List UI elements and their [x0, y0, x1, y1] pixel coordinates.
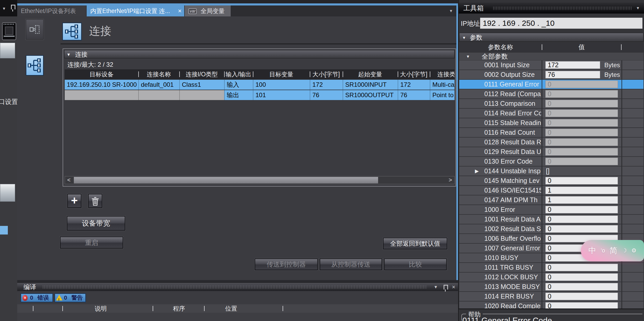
table-cell[interactable]: 76 — [398, 90, 430, 100]
param-value-input[interactable]: 0 — [545, 90, 618, 98]
table-cell[interactable]: Class1 — [179, 80, 224, 90]
ime-charset-icon[interactable]: 简 — [610, 245, 617, 256]
collapsed-panel-thumb[interactable] — [0, 184, 15, 202]
param-row[interactable]: 0128 Result Data R0 — [459, 138, 643, 147]
table-cell[interactable]: Point to P — [430, 90, 455, 100]
error-count-badge[interactable]: × 0 错误 — [21, 293, 53, 302]
param-value-input[interactable]: 0 — [545, 273, 618, 281]
param-row[interactable]: 0115 Stable Readin0 — [459, 118, 643, 127]
table-cell[interactable] — [138, 90, 179, 100]
param-value-input[interactable]: 172 — [545, 61, 600, 69]
ime-mode-icon[interactable]: 中 — [588, 245, 596, 256]
param-value-input[interactable]: 1 — [545, 196, 618, 204]
param-row[interactable]: 0146 ISO/IEC154151 — [459, 186, 643, 195]
horizontal-scrollbar[interactable]: < > — [65, 176, 455, 184]
chip-icon[interactable] — [2, 22, 16, 40]
ime-toolbar[interactable]: 中 ’o 简 ☽ ⚙ — [581, 240, 644, 261]
table-cell[interactable]: default_001 — [138, 80, 179, 90]
param-row[interactable]: 0130 Error Code0 — [459, 157, 643, 166]
pin-icon[interactable] — [444, 285, 448, 289]
param-row[interactable]: 1002 Result Data S0 — [459, 224, 643, 233]
param-row[interactable]: 1013 MODE BUSY0 — [459, 282, 643, 291]
tab-list-chevron-icon[interactable]: ▼ — [449, 5, 453, 16]
param-row[interactable]: 1014 ERR BUSY0 — [459, 292, 643, 301]
collapsed-panel-thumb[interactable] — [0, 43, 15, 58]
section-header-connection[interactable]: ▼ 连接 — [64, 50, 455, 58]
close-icon[interactable]: × — [452, 283, 455, 291]
table-cell[interactable]: 100 — [253, 80, 310, 90]
param-row[interactable]: ▶0144 Unstable Insp[] — [459, 166, 643, 176]
param-row[interactable]: 0145 Matching Lev0 — [459, 176, 643, 185]
param-row[interactable]: 0114 Read Error Co0 — [459, 109, 643, 118]
warning-count-badge[interactable]: 0 警告 — [55, 293, 86, 302]
param-value-input[interactable]: 0 — [545, 158, 618, 165]
param-value-input[interactable]: 0 — [545, 215, 618, 223]
param-value-input[interactable]: 0 — [545, 81, 618, 88]
collapsed-tab-label[interactable]: 口设置 — [0, 97, 17, 106]
toolbox-header[interactable]: 工具箱 ▼ — [459, 3, 644, 14]
table-cell[interactable] — [179, 90, 224, 100]
add-connection-button[interactable]: + — [67, 194, 81, 208]
delete-connection-button[interactable] — [88, 194, 102, 208]
tab-builtin-ethernet-ip-port-settings[interactable]: 内置EtherNet/IP端口设置 连... × — [87, 5, 184, 16]
scroll-left-icon[interactable]: < — [65, 176, 73, 184]
table-row[interactable]: 输出10176SR1000OUTPUT76Point to P — [65, 90, 455, 100]
voice-input-icon[interactable]: ’o — [601, 247, 605, 254]
chevron-down-icon[interactable]: ▼ — [434, 283, 438, 291]
param-row[interactable]: 0111 General Error0 — [459, 80, 643, 89]
pin-icon[interactable] — [11, 5, 15, 9]
param-value-input[interactable]: 0 — [545, 177, 618, 184]
param-row[interactable]: 0116 Read Count0 — [459, 128, 643, 137]
param-row[interactable]: 1011 TRG BUSY0 — [459, 263, 643, 272]
reset-all-to-default-button[interactable]: 全部返回到默认值 — [383, 238, 447, 249]
param-row[interactable]: 1000 Error0 — [459, 205, 643, 214]
restart-button[interactable]: 重启 — [60, 237, 123, 249]
gear-icon[interactable]: ⚙ — [631, 247, 637, 254]
table-cell[interactable]: 172 — [398, 80, 430, 90]
param-value-input[interactable]: 0 — [545, 206, 618, 213]
table-cell[interactable]: 172 — [310, 80, 343, 90]
table-cell[interactable]: 192.169.250.10 SR-1000 Se — [65, 80, 138, 90]
param-row[interactable]: 0129 Result Data U0 — [459, 147, 643, 156]
param-row[interactable]: 1012 LOCK BUSY0 — [459, 273, 643, 282]
table-cell[interactable]: 76 — [310, 90, 343, 100]
expand-arrow-icon[interactable]: ▶ — [475, 166, 479, 176]
param-row[interactable]: 0002 Output Size76Bytes — [459, 70, 643, 79]
param-value-input[interactable]: 0 — [545, 100, 618, 107]
transfer-to-controller-button[interactable]: 传送到控制器 — [255, 258, 318, 270]
table-cell[interactable]: Multi-cast — [430, 80, 455, 90]
transfer-from-controller-button[interactable]: 从控制器传送 — [320, 258, 382, 270]
moon-icon[interactable]: ☽ — [622, 247, 627, 254]
param-value-input[interactable]: 76 — [545, 71, 600, 78]
param-row[interactable]: 0113 Comparison0 — [459, 99, 643, 108]
table-cell[interactable]: 输入 — [224, 80, 253, 90]
table-cell[interactable]: SR1000INPUT — [343, 80, 398, 90]
param-value-input[interactable]: 0 — [545, 293, 618, 300]
ip-address-input[interactable]: 192 . 169 . 250 . _10 — [480, 18, 642, 29]
chevron-down-icon[interactable]: ▼ — [2, 6, 6, 11]
connection-nav-icon-button[interactable] — [26, 55, 44, 76]
param-value-input[interactable]: 0 — [545, 148, 618, 156]
param-row[interactable]: 0112 Read (Compa0 — [459, 89, 643, 98]
param-row[interactable]: 0001 Input Size172Bytes — [459, 60, 643, 70]
param-row[interactable]: 0147 AIM DPM Th1 — [459, 195, 643, 205]
param-value-input[interactable]: 0 — [545, 119, 618, 127]
param-value-input[interactable]: 0 — [545, 225, 618, 233]
close-icon[interactable]: × — [178, 5, 182, 16]
io-device-icon-button[interactable] — [26, 19, 44, 40]
device-bandwidth-button[interactable]: 设备带宽 — [67, 216, 125, 231]
tab-global-variables[interactable]: var 全局变量 — [185, 5, 231, 16]
param-value-input[interactable]: 1 — [545, 187, 618, 194]
scroll-right-icon[interactable]: > — [446, 176, 454, 184]
parameter-group-all[interactable]: ▼ 全部参数 — [459, 53, 643, 60]
section-header-parameters[interactable]: ▼ 参数 — [459, 33, 643, 42]
param-value-input[interactable]: 0 — [545, 109, 618, 117]
table-row[interactable]: 192.169.250.10 SR-1000 Sedefault_001Clas… — [65, 80, 455, 90]
param-value-input[interactable]: 0 — [545, 138, 618, 146]
table-cell[interactable]: 输出 — [224, 90, 253, 100]
tab-ethernet-ip-device-list[interactable]: EtherNet/IP设备列表 — [17, 5, 86, 16]
table-cell[interactable]: SR1000OUTPUT — [343, 90, 398, 100]
table-cell[interactable]: 101 — [253, 90, 310, 100]
param-row[interactable]: 1001 Result Data A0 — [459, 215, 643, 224]
param-value-input[interactable]: 0 — [545, 283, 618, 291]
